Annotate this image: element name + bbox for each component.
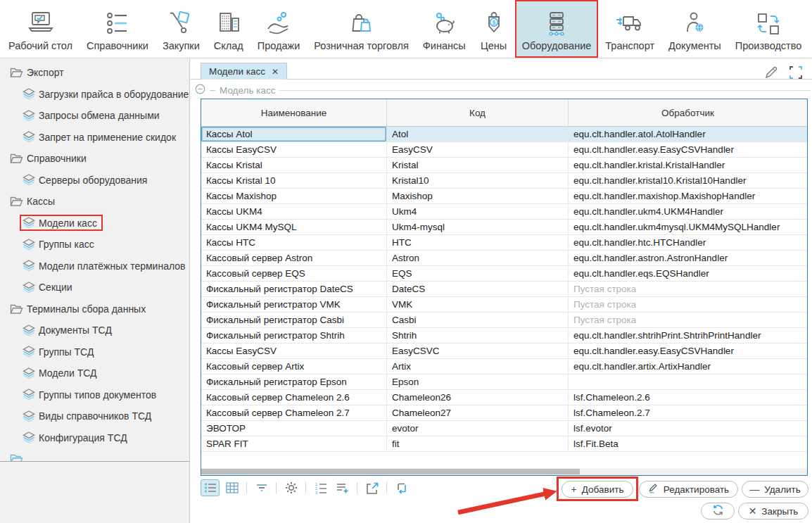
toolbar-item-warehouse[interactable]: Склад [207,0,250,58]
table-row[interactable]: Фискальный регистратор VMKVMKПустая стро… [201,297,807,313]
table-row[interactable]: Кассовый сервер Chameleon 2.7Chameleon27… [201,405,807,421]
tab-label: Модели касс [209,66,265,77]
column-header[interactable]: Наименование [201,99,387,126]
leaf-icon [23,217,35,229]
grid-view-icon[interactable] [222,479,241,496]
toolbar-item-transport[interactable]: Транспорт [598,0,661,58]
toolbar-item-desktop[interactable]: Рабочий стол [1,0,80,58]
sidebar-item-discount-ban[interactable]: Запрет на применение скидок [0,127,189,149]
table-row[interactable]: Фискальный регистратор ShtrihShtrihequ.c… [201,328,807,344]
table-row[interactable]: Кассы UKM4Ukm4equ.clt.handler.ukm4.UKM4H… [201,204,807,220]
table-row[interactable]: Фискальный регистратор EpsonEpson [201,374,807,390]
numbered-list-icon[interactable]: 123 [311,479,330,496]
filter-icon[interactable] [252,479,271,496]
open-external-icon[interactable] [362,479,381,496]
column-header[interactable]: Обработчик [569,99,807,126]
leaf-icon [23,431,35,443]
table-row[interactable]: Кассы EasyCSVEasyCSVCequ.clt.handler.eas… [201,344,807,359]
table-row[interactable]: SPAR FITfitlsf.Fit.Beta [201,436,807,452]
sidebar-item-label: Секции [39,282,72,293]
toolbar-item-sales[interactable]: Продажи [250,0,307,58]
cell-code: Kristal [387,158,569,172]
settings-gear-icon[interactable] [281,479,300,496]
table-row[interactable]: ЭВОТОРevotorlsf.evotor [201,421,807,436]
navigation-tree: ЭкспортЗагрузки прайса в оборудованиеЗап… [0,59,189,462]
prices-icon: $ [480,8,508,39]
scrollbar-thumb[interactable] [201,469,580,474]
toolbar-item-equipment[interactable]: Оборудование [515,0,599,58]
sidebar-item-exchange-requests[interactable]: Запросы обмена данными [0,105,189,127]
cell-handler: equ.clt.handler.maxishop.MaxishopHandler [569,189,807,203]
toolbar-item-label: Рабочий стол [8,40,72,51]
sidebar-item-cut-folder[interactable] [0,448,189,462]
toolbar-item-documents[interactable]: Документы [661,0,728,58]
cell-name: Кассы UKM4 [201,204,387,219]
sidebar-item-tsd-config[interactable]: Конфигурация ТСД [0,427,189,449]
cell-name: Кассы EasyCSV [201,142,387,157]
toolbar-item-finance[interactable]: Финансы [416,0,473,58]
table-row[interactable]: Кассы MaxishopMaxishopequ.clt.handler.ma… [201,189,807,204]
delete-button[interactable]: — Удалить [742,481,808,498]
sidebar-item-sections[interactable]: Секции [0,277,189,298]
cell-name: Кассы UKM4 MySQL [201,220,387,234]
table-row[interactable]: Фискальный регистратор DateCSDateCSПуста… [201,282,807,297]
toolbar-item-wms[interactable]: WMS [808,0,812,58]
sidebar-item-price-upload[interactable]: Загрузки прайса в оборудование [0,84,189,106]
fullscreen-expand-icon[interactable] [788,65,804,83]
sidebar-item-tsd-groups[interactable]: Группы ТСД [0,341,189,363]
cell-code: Chameleon27 [387,405,569,420]
table-row[interactable]: Кассы EasyCSVEasyCSVequ.clt.handler.easy… [201,142,807,158]
sidebar-item-tsd-documents[interactable]: Документы ТСД [0,320,189,341]
table-row[interactable]: Кассы HTCHTCequ.clt.handler.htc.HTCHandl… [201,235,807,251]
table-row[interactable]: Кассовый сервер EQSEQSequ.clt.handler.eq… [201,266,807,282]
list-view-icon[interactable] [201,479,220,496]
cell-name: Фискальный регистратор Casbi [201,313,387,327]
sidebar-item-tsd-models[interactable]: Модели ТСД [0,363,189,384]
leaf-icon [23,346,35,358]
toolbar-item-retail[interactable]: Розничная торговля [307,0,416,58]
reload-icon[interactable] [392,479,411,496]
table-row[interactable]: Кассы UKM4 MySQLUkm4-mysqlequ.clt.handle… [201,220,807,235]
table-row[interactable]: Кассы AtolAtolequ.clt.handler.atol.AtolH… [201,127,807,142]
close-x-icon: ✕ [749,506,757,516]
sidebar-item-data-terminals[interactable]: Терминалы сбора данных [0,298,189,320]
sidebar-item-label: Документы ТСД [39,324,112,336]
toolbar-item-production[interactable]: Производство [728,0,809,58]
edit-pencil-icon[interactable] [763,65,779,83]
refresh-button[interactable] [701,503,735,519]
tab-cash-models[interactable]: Модели касс ✕ [201,63,287,80]
table-row[interactable]: Кассы Kristal 10Kristal10equ.clt.handler… [201,173,807,189]
table-row[interactable]: Кассы KristalKristalequ.clt.handler.kris… [201,158,807,173]
toolbar-item-directories[interactable]: Справочники [80,0,156,58]
sidebar-item-tsd-directory-types[interactable]: Виды справочников ТСД [0,405,189,427]
table-row[interactable]: Кассовый сервер AstronAstronequ.clt.hand… [201,251,807,266]
edit-button[interactable]: Редактировать [639,481,738,498]
retail-icon [348,8,376,39]
cell-handler: lsf.Chameleon.2.7 [569,405,807,420]
sidebar-item-doc-type-groups[interactable]: Группы типов документов [0,384,189,406]
add-to-list-icon[interactable] [333,479,352,496]
close-button[interactable]: ✕ Закрыть [738,503,808,519]
toolbar-separator [246,482,247,493]
horizontal-scrollbar[interactable] [201,468,807,475]
column-header[interactable]: Код [387,99,569,126]
toolbar-item-purchases[interactable]: Закупки [156,0,207,58]
sidebar-item-payment-terminal-models[interactable]: Модели платёжных терминалов [0,256,189,277]
minus-icon: — [749,484,759,494]
table-row[interactable]: Кассовый сервер ArtixArtixequ.clt.handle… [201,359,807,374]
sidebar-item-equipment-servers[interactable]: Серверы оборудования [0,170,189,191]
divider [279,90,811,91]
table-row[interactable]: Фискальный регистратор CasbiCasbiПустая … [201,313,807,328]
tab-close-icon[interactable]: ✕ [272,68,279,76]
sidebar-item-cash-models[interactable]: Модели касс [0,213,189,234]
toolbar-item-prices[interactable]: $Цены [473,0,515,58]
table-row[interactable]: Кассовый сервер Chameleon 2.6Chameleon26… [201,390,807,405]
collapse-minus-icon[interactable] [195,84,205,96]
svg-text:$: $ [492,19,495,26]
panel-header: Модель касс [195,84,811,96]
sidebar-item-cash-groups[interactable]: Группы касс [0,234,189,256]
sidebar-item-directories[interactable]: Справочники [0,148,189,170]
sidebar-item-cash-registers[interactable]: Кассы [0,191,189,213]
sidebar-item-export[interactable]: Экспорт [0,62,189,84]
add-button[interactable]: + Добавить [562,481,633,498]
